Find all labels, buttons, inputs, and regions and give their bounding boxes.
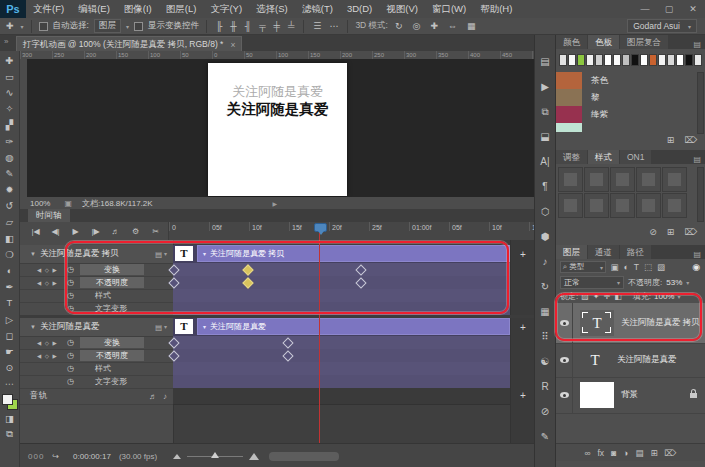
tab-on1[interactable]: ON1 — [620, 150, 651, 164]
3d-mode-icon[interactable]: ✚ — [428, 21, 440, 31]
add-media-button[interactable]: + — [517, 249, 529, 260]
stopwatch-icon[interactable]: ◷ — [67, 364, 74, 373]
quick-mask-icon[interactable]: ◨ — [0, 410, 20, 426]
tab-swatches[interactable]: 色板 — [588, 35, 619, 49]
tool-preset-arrow-icon[interactable]: ▾ — [21, 23, 24, 30]
audio-track[interactable] — [173, 388, 510, 405]
property-label[interactable]: 样式 — [95, 363, 111, 374]
artboard[interactable]: 关注阿随是真爱 关注阿随是真爱 — [208, 63, 347, 196]
menu-item[interactable]: 文字(Y) — [203, 0, 249, 18]
dock-clone-source-icon[interactable]: ⧉ — [534, 99, 556, 124]
distribute-icon[interactable]: ☰ — [311, 21, 323, 31]
visibility-toggle[interactable] — [556, 343, 573, 377]
property-track[interactable] — [173, 375, 510, 389]
gradient-tool-icon[interactable]: ◧ — [0, 230, 20, 246]
playhead-handle[interactable] — [314, 223, 327, 232]
style-thumbnail[interactable] — [558, 167, 583, 192]
panel-action-icon[interactable]: ⌦ — [684, 227, 697, 237]
style-thumbnail[interactable] — [584, 167, 609, 192]
zoom-out-track-icon[interactable] — [173, 454, 181, 459]
layers-action-icon[interactable]: ◑ — [623, 448, 628, 458]
tab-color[interactable]: 颜色 — [556, 35, 587, 49]
video-clip-bar[interactable]: ▾关注阿随是真爱 — [197, 318, 510, 335]
swatch[interactable] — [694, 54, 702, 66]
stopwatch-icon[interactable]: ◷ — [67, 377, 74, 386]
workspace-switcher[interactable]: Godard Asui ▾ — [627, 19, 697, 33]
dock-brush-presets-icon[interactable]: ⠿ — [534, 324, 556, 349]
marquee-tool-icon[interactable]: ▭ — [0, 68, 20, 84]
swatch[interactable] — [613, 54, 621, 66]
healing-brush-tool-icon[interactable]: ◍ — [0, 149, 20, 165]
filter-kind-icon[interactable]: ▣ — [609, 262, 620, 272]
swatch[interactable] — [649, 54, 657, 66]
window-control-button[interactable]: — — [633, 0, 657, 18]
filter-kind-icon[interactable]: ⬚ — [642, 262, 653, 272]
swatch[interactable] — [685, 54, 693, 66]
timeline-tab[interactable]: 时间轴 — [28, 209, 70, 222]
keyframe-navigator[interactable]: ◀ ◇ ▶ — [37, 340, 63, 346]
keyframe-diamond[interactable] — [282, 350, 293, 361]
swatch-row[interactable] — [556, 123, 696, 132]
hand-tool-icon[interactable]: ☛ — [0, 343, 20, 359]
style-thumbnail[interactable] — [636, 193, 661, 218]
document-tab[interactable]: 打字机动画 @ 100% (关注阿随是真爱 拷贝, RGB/8) * × — [16, 36, 242, 52]
3d-mode-icon[interactable]: ⇔ — [446, 21, 459, 31]
panel-action-icon[interactable]: ⊘ — [649, 227, 657, 237]
show-transform-checkbox[interactable] — [134, 22, 143, 31]
history-brush-tool-icon[interactable]: ↺ — [0, 198, 20, 214]
layers-action-icon[interactable]: ▤ — [635, 448, 643, 458]
eraser-tool-icon[interactable]: ▱ — [0, 214, 20, 230]
stopwatch-icon[interactable]: ◷ — [67, 351, 74, 360]
layers-action-icon[interactable]: ◙ — [611, 448, 616, 458]
timeline-scrollbar[interactable] — [269, 452, 339, 461]
quick-selection-tool-icon[interactable]: ✧ — [0, 101, 20, 117]
status-chevron-icon[interactable]: ▶ — [273, 200, 278, 207]
style-thumbnail[interactable] — [610, 167, 635, 192]
style-thumbnail[interactable] — [636, 167, 661, 192]
tab-layer-comps[interactable]: 图层复合 — [620, 35, 668, 49]
align-icon[interactable]: ╢ — [243, 21, 253, 31]
stopwatch-icon[interactable]: ◷ — [67, 338, 74, 347]
more-tools-icon[interactable]: ⋯ — [0, 376, 20, 392]
styles-scrollbar[interactable] — [697, 167, 704, 222]
align-icon[interactable]: ╪ — [272, 21, 282, 31]
panel-action-icon[interactable]: ⊞ — [667, 227, 675, 237]
layers-action-icon[interactable]: ∞ — [584, 448, 590, 458]
add-media-button[interactable]: + — [517, 322, 529, 333]
auto-select-checkbox[interactable] — [39, 22, 48, 31]
3d-mode-icon[interactable]: ↻ — [393, 21, 405, 31]
panel-menu-icon[interactable]: ▤ — [693, 250, 701, 259]
menu-item[interactable]: 图层(L) — [159, 0, 204, 18]
dock-audio-icon[interactable]: ♪ — [534, 249, 556, 274]
keyframe-diamond[interactable] — [282, 337, 293, 348]
menu-item[interactable]: 帮助(H) — [473, 0, 519, 18]
style-thumbnail[interactable] — [558, 193, 583, 218]
style-thumbnail[interactable] — [662, 167, 687, 192]
swatch-row[interactable]: 绛紫 — [556, 106, 696, 123]
transport-button[interactable]: |▶ — [86, 227, 105, 236]
transport-button[interactable]: ⚙ — [126, 227, 145, 236]
audio-icon[interactable]: ♪ — [163, 392, 167, 401]
3d-mode-icon[interactable]: ▦ — [465, 21, 478, 31]
menu-item[interactable]: 文件(F) — [26, 0, 71, 18]
track-group-header[interactable]: ▼ 关注阿随是真爱 ▤▾ — [20, 318, 173, 337]
swatch[interactable] — [658, 54, 666, 66]
collapse-dock-icon[interactable]: » — [4, 37, 8, 46]
swatch[interactable] — [559, 54, 567, 66]
close-tab-icon[interactable]: × — [230, 40, 235, 50]
blend-mode-dropdown[interactable]: 正常 ▾ — [560, 276, 624, 289]
audio-icon[interactable]: ♬ — [149, 392, 157, 401]
foreground-color-chip[interactable] — [2, 394, 13, 405]
screen-mode-icon[interactable]: ⧉ — [0, 426, 20, 442]
shape-tool-icon[interactable]: ◻ — [0, 327, 20, 343]
path-selection-tool-icon[interactable]: ▷ — [0, 311, 20, 327]
dock-3d-material-icon[interactable]: ⬢ — [534, 224, 556, 249]
filter-kind-icon[interactable]: ▨ — [655, 262, 666, 272]
eyedropper-tool-icon[interactable]: ✑ — [0, 133, 20, 149]
distribute-icon[interactable]: ⋯ — [327, 21, 340, 31]
layer-filter-type-dropdown[interactable]: ⌕ 类型 ▾ — [560, 261, 606, 273]
style-thumbnail[interactable] — [584, 193, 609, 218]
transport-button[interactable]: |◀ — [26, 227, 45, 236]
transport-button[interactable]: ♬ — [106, 227, 125, 236]
3d-mode-icon[interactable]: ◎ — [411, 21, 423, 31]
